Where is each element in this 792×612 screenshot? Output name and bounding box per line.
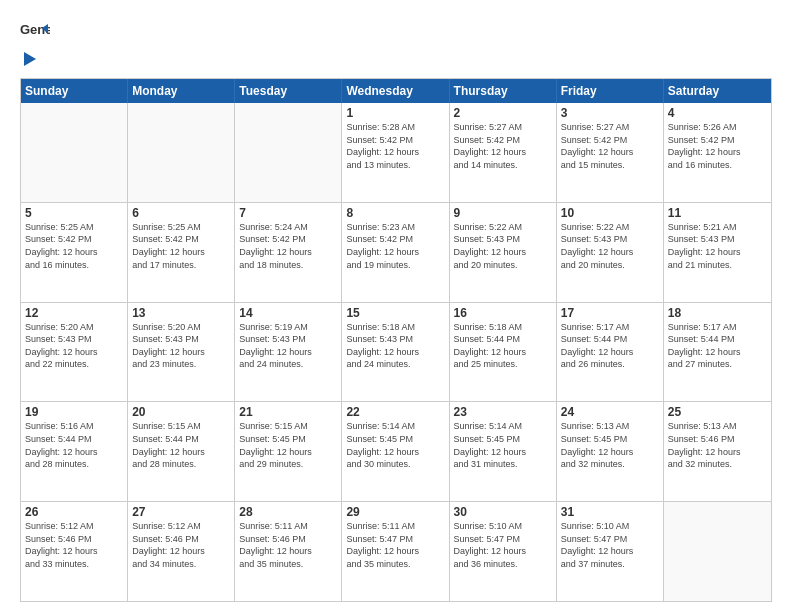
day-number: 16 [454,306,552,320]
day-cell-23: 23Sunrise: 5:14 AM Sunset: 5:45 PM Dayli… [450,402,557,501]
day-info: Sunrise: 5:25 AM Sunset: 5:42 PM Dayligh… [25,221,123,271]
day-cell-26: 26Sunrise: 5:12 AM Sunset: 5:46 PM Dayli… [21,502,128,601]
day-number: 12 [25,306,123,320]
logo-triangle-icon [20,50,38,68]
day-cell-10: 10Sunrise: 5:22 AM Sunset: 5:43 PM Dayli… [557,203,664,302]
day-cell-5: 5Sunrise: 5:25 AM Sunset: 5:42 PM Daylig… [21,203,128,302]
day-number: 18 [668,306,767,320]
day-info: Sunrise: 5:26 AM Sunset: 5:42 PM Dayligh… [668,121,767,171]
day-cell-20: 20Sunrise: 5:15 AM Sunset: 5:44 PM Dayli… [128,402,235,501]
day-cell-24: 24Sunrise: 5:13 AM Sunset: 5:45 PM Dayli… [557,402,664,501]
day-info: Sunrise: 5:15 AM Sunset: 5:44 PM Dayligh… [132,420,230,470]
day-info: Sunrise: 5:19 AM Sunset: 5:43 PM Dayligh… [239,321,337,371]
day-info: Sunrise: 5:11 AM Sunset: 5:47 PM Dayligh… [346,520,444,570]
day-cell-9: 9Sunrise: 5:22 AM Sunset: 5:43 PM Daylig… [450,203,557,302]
calendar-row-4: 19Sunrise: 5:16 AM Sunset: 5:44 PM Dayli… [21,401,771,501]
day-number: 23 [454,405,552,419]
day-cell-18: 18Sunrise: 5:17 AM Sunset: 5:44 PM Dayli… [664,303,771,402]
day-info: Sunrise: 5:22 AM Sunset: 5:43 PM Dayligh… [454,221,552,271]
day-cell-28: 28Sunrise: 5:11 AM Sunset: 5:46 PM Dayli… [235,502,342,601]
day-number: 8 [346,206,444,220]
day-cell-2: 2Sunrise: 5:27 AM Sunset: 5:42 PM Daylig… [450,103,557,202]
header-cell-thursday: Thursday [450,79,557,103]
day-cell-19: 19Sunrise: 5:16 AM Sunset: 5:44 PM Dayli… [21,402,128,501]
day-cell-11: 11Sunrise: 5:21 AM Sunset: 5:43 PM Dayli… [664,203,771,302]
day-number: 14 [239,306,337,320]
day-info: Sunrise: 5:24 AM Sunset: 5:42 PM Dayligh… [239,221,337,271]
calendar-row-1: 1Sunrise: 5:28 AM Sunset: 5:42 PM Daylig… [21,103,771,202]
day-number: 9 [454,206,552,220]
day-number: 11 [668,206,767,220]
day-info: Sunrise: 5:22 AM Sunset: 5:43 PM Dayligh… [561,221,659,271]
day-number: 28 [239,505,337,519]
header-cell-friday: Friday [557,79,664,103]
header-cell-sunday: Sunday [21,79,128,103]
day-info: Sunrise: 5:13 AM Sunset: 5:45 PM Dayligh… [561,420,659,470]
day-info: Sunrise: 5:27 AM Sunset: 5:42 PM Dayligh… [561,121,659,171]
day-cell-31: 31Sunrise: 5:10 AM Sunset: 5:47 PM Dayli… [557,502,664,601]
svg-marker-1 [24,52,36,66]
day-info: Sunrise: 5:13 AM Sunset: 5:46 PM Dayligh… [668,420,767,470]
header-cell-monday: Monday [128,79,235,103]
day-number: 30 [454,505,552,519]
day-number: 6 [132,206,230,220]
day-number: 26 [25,505,123,519]
day-info: Sunrise: 5:11 AM Sunset: 5:46 PM Dayligh… [239,520,337,570]
day-number: 7 [239,206,337,220]
day-number: 24 [561,405,659,419]
calendar-body: 1Sunrise: 5:28 AM Sunset: 5:42 PM Daylig… [21,103,771,601]
day-info: Sunrise: 5:20 AM Sunset: 5:43 PM Dayligh… [25,321,123,371]
day-number: 3 [561,106,659,120]
day-cell-15: 15Sunrise: 5:18 AM Sunset: 5:43 PM Dayli… [342,303,449,402]
day-info: Sunrise: 5:28 AM Sunset: 5:42 PM Dayligh… [346,121,444,171]
header-cell-tuesday: Tuesday [235,79,342,103]
day-cell-13: 13Sunrise: 5:20 AM Sunset: 5:43 PM Dayli… [128,303,235,402]
day-cell-1: 1Sunrise: 5:28 AM Sunset: 5:42 PM Daylig… [342,103,449,202]
day-number: 15 [346,306,444,320]
day-info: Sunrise: 5:14 AM Sunset: 5:45 PM Dayligh… [454,420,552,470]
day-number: 20 [132,405,230,419]
day-info: Sunrise: 5:12 AM Sunset: 5:46 PM Dayligh… [132,520,230,570]
day-info: Sunrise: 5:14 AM Sunset: 5:45 PM Dayligh… [346,420,444,470]
day-cell-30: 30Sunrise: 5:10 AM Sunset: 5:47 PM Dayli… [450,502,557,601]
day-cell-6: 6Sunrise: 5:25 AM Sunset: 5:42 PM Daylig… [128,203,235,302]
header: General [20,20,772,68]
day-cell-7: 7Sunrise: 5:24 AM Sunset: 5:42 PM Daylig… [235,203,342,302]
day-info: Sunrise: 5:21 AM Sunset: 5:43 PM Dayligh… [668,221,767,271]
day-number: 4 [668,106,767,120]
day-cell-4: 4Sunrise: 5:26 AM Sunset: 5:42 PM Daylig… [664,103,771,202]
day-cell-25: 25Sunrise: 5:13 AM Sunset: 5:46 PM Dayli… [664,402,771,501]
day-info: Sunrise: 5:16 AM Sunset: 5:44 PM Dayligh… [25,420,123,470]
day-number: 29 [346,505,444,519]
calendar-row-2: 5Sunrise: 5:25 AM Sunset: 5:42 PM Daylig… [21,202,771,302]
empty-cell [235,103,342,202]
day-cell-27: 27Sunrise: 5:12 AM Sunset: 5:46 PM Dayli… [128,502,235,601]
empty-cell [21,103,128,202]
header-cell-saturday: Saturday [664,79,771,103]
header-cell-wednesday: Wednesday [342,79,449,103]
day-info: Sunrise: 5:12 AM Sunset: 5:46 PM Dayligh… [25,520,123,570]
day-cell-22: 22Sunrise: 5:14 AM Sunset: 5:45 PM Dayli… [342,402,449,501]
day-number: 5 [25,206,123,220]
day-info: Sunrise: 5:18 AM Sunset: 5:44 PM Dayligh… [454,321,552,371]
day-cell-21: 21Sunrise: 5:15 AM Sunset: 5:45 PM Dayli… [235,402,342,501]
calendar-header: SundayMondayTuesdayWednesdayThursdayFrid… [21,79,771,103]
calendar: SundayMondayTuesdayWednesdayThursdayFrid… [20,78,772,602]
day-number: 22 [346,405,444,419]
day-cell-14: 14Sunrise: 5:19 AM Sunset: 5:43 PM Dayli… [235,303,342,402]
day-info: Sunrise: 5:10 AM Sunset: 5:47 PM Dayligh… [561,520,659,570]
empty-cell [128,103,235,202]
day-number: 25 [668,405,767,419]
day-info: Sunrise: 5:17 AM Sunset: 5:44 PM Dayligh… [668,321,767,371]
day-info: Sunrise: 5:10 AM Sunset: 5:47 PM Dayligh… [454,520,552,570]
calendar-row-3: 12Sunrise: 5:20 AM Sunset: 5:43 PM Dayli… [21,302,771,402]
day-number: 1 [346,106,444,120]
day-number: 10 [561,206,659,220]
logo: General [20,20,50,68]
day-info: Sunrise: 5:23 AM Sunset: 5:42 PM Dayligh… [346,221,444,271]
day-number: 21 [239,405,337,419]
page: General SundayMondayTuesdayWednesdayThur… [0,0,792,612]
day-info: Sunrise: 5:18 AM Sunset: 5:43 PM Dayligh… [346,321,444,371]
day-info: Sunrise: 5:27 AM Sunset: 5:42 PM Dayligh… [454,121,552,171]
logo-icon: General [20,20,50,50]
